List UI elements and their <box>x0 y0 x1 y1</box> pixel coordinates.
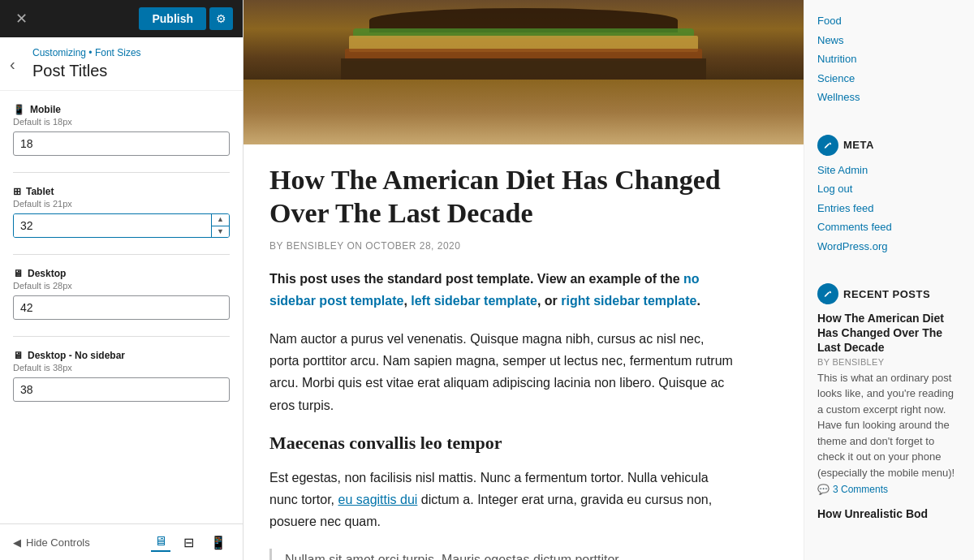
article-hero-image <box>244 0 804 144</box>
breadcrumb-parent: Customizing <box>32 47 86 58</box>
desktop-device-button[interactable]: 🖥 <box>151 532 170 552</box>
section-title: Post Titles <box>32 62 230 80</box>
right-sidebar-link[interactable]: right sidebar template <box>561 294 696 308</box>
comment-bubble-icon: 💬 <box>817 484 830 495</box>
tablet-decrement[interactable]: ▼ <box>212 226 229 238</box>
tablet-device-button[interactable]: ⊟ <box>180 532 197 552</box>
article-byline: BY BENSIBLEY ON OCTOBER 28, 2020 <box>269 240 737 252</box>
publish-button[interactable]: Publish <box>139 7 206 30</box>
pencil-icon <box>823 140 833 150</box>
recent-posts-edit-icon <box>817 283 838 304</box>
article-intro: This post uses the standard post templat… <box>269 268 737 312</box>
recent-post-2: How Unrealistic Bod <box>817 506 961 521</box>
hide-controls-label: Hide Controls <box>26 536 90 549</box>
sidebar-link-wellness[interactable]: Wellness <box>817 89 961 106</box>
article-subheading: Maecenas convallis leo tempor <box>269 433 737 454</box>
desktop-label: 🖥 Desktop <box>13 268 230 279</box>
controls-area: 📱 Mobile Default is 18px ⊞ Tablet Defaul… <box>0 91 243 523</box>
sidebar-link-wordpress-org[interactable]: WordPress.org <box>817 239 961 255</box>
article-body: How The American Diet Has Changed Over T… <box>244 144 763 560</box>
meta-edit-icon <box>817 135 838 156</box>
sidebar-link-site-admin[interactable]: Site Admin <box>817 162 961 179</box>
device-icons: 🖥 ⊟ 📱 <box>151 532 230 552</box>
bottom-bar: ◀ Hide Controls 🖥 ⊟ 📱 <box>0 523 243 560</box>
recent-post-1-comments: 💬 3 Comments <box>817 484 961 495</box>
mobile-device-button[interactable]: 📱 <box>207 532 230 552</box>
eu-sagittis-link[interactable]: eu sagittis dui <box>338 493 418 506</box>
publish-area: Publish ⚙ <box>139 7 233 30</box>
mobile-input[interactable] <box>13 131 230 156</box>
top-bar: ✕ Publish ⚙ <box>0 0 243 37</box>
recent-post-2-title: How Unrealistic Bod <box>817 506 961 521</box>
sidebar-link-nutrition[interactable]: Nutrition <box>817 51 961 67</box>
tablet-label: ⊞ Tablet <box>13 186 230 197</box>
breadcrumb-section: ‹ Customizing • Font Sizes Post Titles <box>0 37 243 91</box>
sidebar-meta: META Site Admin Log out Entries feed Com… <box>817 122 961 255</box>
sidebar-recent-posts: RECENT POSTS How The American Diet Has C… <box>817 270 961 521</box>
recent-post-1-excerpt: This is what an ordinary post looks like… <box>817 370 961 481</box>
article-blockquote: Nullam sit amet orci turpis. Mauris eges… <box>269 549 737 560</box>
sidebar-link-news[interactable]: News <box>817 32 961 49</box>
hide-controls-icon: ◀ <box>13 536 21 549</box>
article-para1: Nam auctor a purus vel venenatis. Quisqu… <box>269 328 737 416</box>
main-content: How The American Diet Has Changed Over T… <box>244 0 804 560</box>
sidebar-link-food[interactable]: Food <box>817 13 961 29</box>
tablet-input[interactable] <box>14 214 211 237</box>
mobile-icon: 📱 <box>13 104 25 115</box>
hide-controls-button[interactable]: ◀ Hide Controls <box>13 536 90 549</box>
tablet-increment[interactable]: ▲ <box>212 214 229 226</box>
sidebar-link-science[interactable]: Science <box>817 71 961 87</box>
control-desktop: 🖥 Desktop Default is 28px <box>13 268 230 320</box>
breadcrumb: Customizing • Font Sizes <box>32 47 230 58</box>
pencil-icon-2 <box>823 289 833 299</box>
tablet-default: Default is 21px <box>13 199 230 209</box>
tablet-icon: ⊞ <box>13 186 21 197</box>
desktop-icon: 🖥 <box>13 268 23 279</box>
article-title: How The American Diet Has Changed Over T… <box>269 164 737 230</box>
settings-button[interactable]: ⚙ <box>209 7 233 30</box>
back-button[interactable]: ‹ <box>3 50 22 78</box>
control-mobile: 📱 Mobile Default is 18px <box>13 104 230 156</box>
desktop-no-sidebar-input[interactable] <box>13 377 230 402</box>
recent-post-1-author: BY BENSIBLEY <box>817 357 961 367</box>
control-desktop-no-sidebar: 🖥 Desktop - No sidebar Default is 38px <box>13 350 230 402</box>
mobile-default: Default is 18px <box>13 117 230 127</box>
close-button[interactable]: ✕ <box>10 7 32 30</box>
right-sidebar: Food News Nutrition Science Wellness MET… <box>804 0 974 560</box>
tablet-spinner-btns: ▲ ▼ <box>211 214 229 237</box>
desktop-default: Default is 28px <box>13 281 230 291</box>
recent-post-1: How The American Diet Has Changed Over T… <box>817 311 961 495</box>
desktop-no-sidebar-icon: 🖥 <box>13 350 23 361</box>
desktop-no-sidebar-default: Default is 38px <box>13 363 230 373</box>
control-tablet: ⊞ Tablet Default is 21px ▲ ▼ <box>13 186 230 238</box>
article-para2: Est egestas, non facilisis nisl mattis. … <box>269 467 737 533</box>
desktop-no-sidebar-label: 🖥 Desktop - No sidebar <box>13 350 230 361</box>
desktop-input[interactable] <box>13 295 230 320</box>
sidebar-link-comments-feed[interactable]: Comments feed <box>817 219 961 235</box>
sidebar-link-logout[interactable]: Log out <box>817 181 961 197</box>
mobile-label: 📱 Mobile <box>13 104 230 115</box>
sidebar-categories: Food News Nutrition Science Wellness <box>817 0 961 106</box>
tablet-spinner: ▲ ▼ <box>13 213 230 238</box>
left-panel: ✕ Publish ⚙ ‹ Customizing • Font Sizes P… <box>0 0 244 560</box>
sidebar-link-entries-feed[interactable]: Entries feed <box>817 200 961 217</box>
left-sidebar-link[interactable]: left sidebar template <box>411 294 537 308</box>
breadcrumb-current: Font Sizes <box>95 47 141 58</box>
recent-post-1-title: How The American Diet Has Changed Over T… <box>817 311 961 355</box>
meta-title: META <box>817 135 961 156</box>
recent-posts-title: RECENT POSTS <box>817 283 961 304</box>
